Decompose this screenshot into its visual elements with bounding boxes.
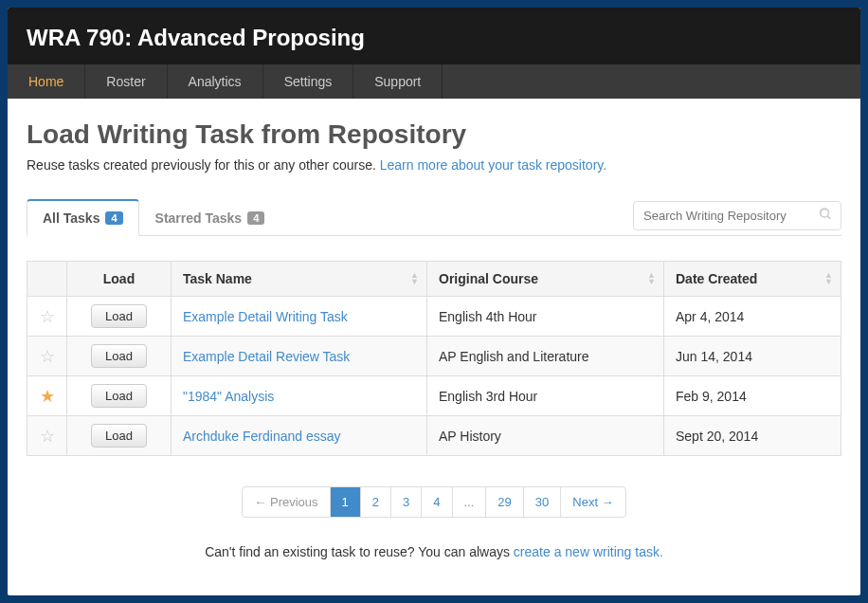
- nav-settings[interactable]: Settings: [263, 64, 354, 99]
- main-nav: Home Roster Analytics Settings Support: [8, 64, 860, 99]
- course-cell: English 4th Hour: [427, 297, 664, 337]
- date-cell: Jun 14, 2014: [664, 337, 841, 376]
- star-toggle[interactable]: ★: [27, 376, 67, 416]
- load-button[interactable]: Load: [91, 384, 147, 408]
- starred-tasks-count: 4: [247, 211, 264, 225]
- task-name-link[interactable]: "1984" Analysis: [183, 389, 274, 404]
- page-1[interactable]: 1: [331, 487, 361, 517]
- date-cell: Sept 20, 2014: [664, 416, 841, 456]
- col-load: Load: [67, 262, 172, 297]
- col-date[interactable]: Date Created▲▼: [664, 262, 841, 297]
- sort-icon: ▲▼: [410, 272, 419, 285]
- table-row: ☆LoadExample Detail Review TaskAP Englis…: [27, 337, 841, 376]
- tasks-table: Load Task Name▲▼ Original Course▲▼ Date …: [27, 261, 841, 456]
- table-row: ☆LoadArchduke Ferdinand essayAP HistoryS…: [27, 416, 841, 456]
- page-3[interactable]: 3: [391, 487, 422, 517]
- star-toggle[interactable]: ☆: [27, 337, 67, 376]
- star-toggle[interactable]: ☆: [27, 416, 67, 456]
- page-4[interactable]: 4: [422, 487, 452, 517]
- pagination: ← Previous1234...2930Next →: [27, 486, 841, 518]
- learn-more-link[interactable]: Learn more about your task repository.: [380, 157, 606, 173]
- create-task-link[interactable]: create a new writing task.: [514, 544, 663, 559]
- task-name-link[interactable]: Example Detail Writing Task: [183, 309, 348, 324]
- star-toggle[interactable]: ☆: [27, 297, 67, 337]
- page-subtitle: Reuse tasks created previously for this …: [27, 157, 841, 173]
- nav-roster[interactable]: Roster: [85, 64, 167, 99]
- page-30[interactable]: 30: [524, 487, 561, 517]
- search-icon: [819, 208, 832, 224]
- load-button[interactable]: Load: [91, 344, 147, 368]
- table-row: ☆LoadExample Detail Writing TaskEnglish …: [27, 297, 841, 337]
- page-title: Load Writing Task from Repository: [27, 119, 841, 150]
- load-button[interactable]: Load: [91, 424, 147, 448]
- nav-analytics[interactable]: Analytics: [168, 64, 263, 99]
- footer-text: Can't find an existing task to reuse? Yo…: [27, 544, 841, 559]
- all-tasks-count: 4: [105, 211, 122, 225]
- sort-icon: ▲▼: [824, 272, 833, 285]
- task-name-link[interactable]: Archduke Ferdinand essay: [183, 429, 341, 444]
- page-next[interactable]: Next →: [561, 487, 624, 517]
- load-button[interactable]: Load: [91, 304, 147, 328]
- course-cell: AP History: [427, 416, 664, 456]
- page-2[interactable]: 2: [361, 487, 391, 517]
- col-star: [27, 262, 67, 297]
- col-course[interactable]: Original Course▲▼: [427, 262, 664, 297]
- task-name-link[interactable]: Example Detail Review Task: [183, 349, 350, 364]
- header: WRA 790: Advanced Proposing: [8, 8, 860, 64]
- search-input[interactable]: [633, 201, 841, 230]
- tab-all-tasks[interactable]: All Tasks 4: [27, 199, 139, 236]
- course-cell: English 3rd Hour: [427, 376, 664, 416]
- page-...: ...: [453, 487, 487, 517]
- table-row: ★Load"1984" AnalysisEnglish 3rd HourFeb …: [27, 376, 841, 416]
- date-cell: Apr 4, 2014: [664, 297, 841, 337]
- col-name[interactable]: Task Name▲▼: [172, 262, 427, 297]
- course-cell: AP English and Literature: [427, 337, 664, 376]
- page-29[interactable]: 29: [486, 487, 523, 517]
- course-title: WRA 790: Advanced Proposing: [27, 25, 841, 51]
- page-prev[interactable]: ← Previous: [243, 487, 330, 517]
- nav-support[interactable]: Support: [353, 64, 443, 99]
- nav-home[interactable]: Home: [8, 64, 85, 99]
- sort-icon: ▲▼: [647, 272, 656, 285]
- tab-starred-tasks[interactable]: Starred Tasks 4: [139, 199, 281, 236]
- date-cell: Feb 9, 2014: [664, 376, 841, 416]
